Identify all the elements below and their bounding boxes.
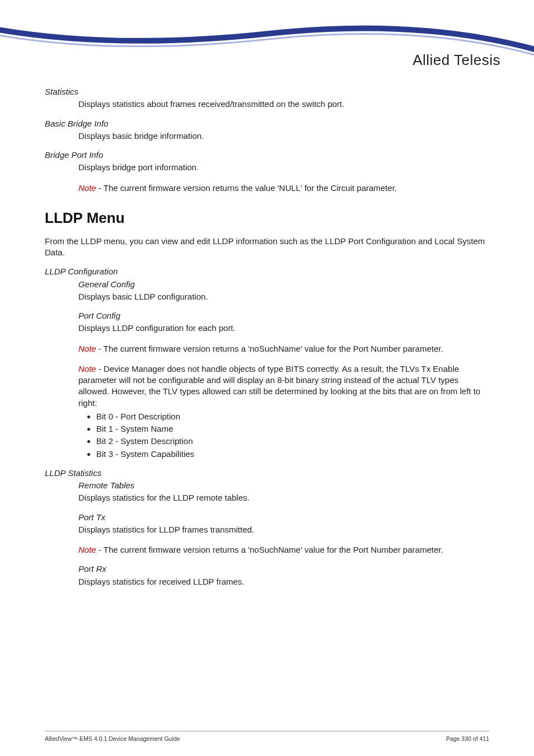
desc-general-config: Displays basic LLDP configuration. [78, 291, 489, 302]
desc-port-config: Displays LLDP configuration for each por… [78, 323, 489, 334]
note-bridge-port: Note - The current firmware version retu… [78, 183, 489, 194]
bits-list: Bit 0 - Port Description Bit 1 - System … [96, 411, 489, 460]
desc-bridge-port: Displays bridge port information. [78, 162, 489, 173]
subterm-port-config: Port Config [78, 310, 489, 321]
subterm-port-rx: Port Rx [78, 563, 489, 575]
note-body: - The current firmware version returns a… [96, 545, 443, 554]
heading-lldp-menu: LLDP Menu [45, 208, 489, 228]
subterm-port-tx: Port Tx [78, 512, 489, 523]
list-item: Bit 1 - System Name [96, 423, 489, 435]
desc-port-tx: Displays statistics for LLDP frames tran… [78, 524, 489, 535]
note-label: Note [78, 545, 96, 554]
term-lldp-stats: LLDP Statistics [45, 468, 489, 479]
note-body: - Device Manager does not handle objects… [78, 364, 480, 408]
list-item: Bit 0 - Port Description [96, 411, 489, 422]
note-label: Note [78, 344, 96, 353]
list-item: Bit 3 - System Capabilities [96, 449, 489, 460]
logo-triangle-icon [413, 50, 534, 129]
desc-basic-bridge: Displays basic bridge information. [78, 130, 489, 142]
note-label: Note [78, 364, 96, 374]
note-port-tx: Note - The current firmware version retu… [78, 544, 489, 556]
footer-left: AlliedView™-EMS 4.0.1 Device Management … [45, 735, 180, 743]
desc-port-rx: Displays statistics for received LLDP fr… [78, 576, 489, 587]
page-content: Statistics Displays statistics about fra… [0, 73, 534, 587]
brand-logo: Allied Telesis [413, 50, 500, 70]
note-label: Note [78, 183, 96, 193]
note-body: - The current firmware version returns t… [96, 183, 397, 193]
desc-remote-tables: Displays statistics for the LLDP remote … [78, 492, 489, 503]
term-bridge-port: Bridge Port Info [45, 150, 489, 161]
intro-lldp-menu: From the LLDP menu, you can view and edi… [45, 236, 489, 259]
page-header-swoosh: Allied Telesis [0, 0, 534, 73]
subterm-general-config: General Config [78, 279, 489, 290]
page-footer: AlliedView™-EMS 4.0.1 Device Management … [45, 731, 489, 743]
note-port-config-1: Note - The current firmware version retu… [78, 343, 489, 354]
note-port-config-2: Note - Device Manager does not handle ob… [78, 363, 489, 409]
subterm-remote-tables: Remote Tables [78, 480, 489, 491]
list-item: Bit 2 - System Description [96, 436, 489, 447]
term-lldp-config: LLDP Configuration [45, 266, 489, 277]
footer-right: Page 330 of 411 [446, 735, 489, 743]
note-body: - The current firmware version returns a… [96, 344, 443, 353]
